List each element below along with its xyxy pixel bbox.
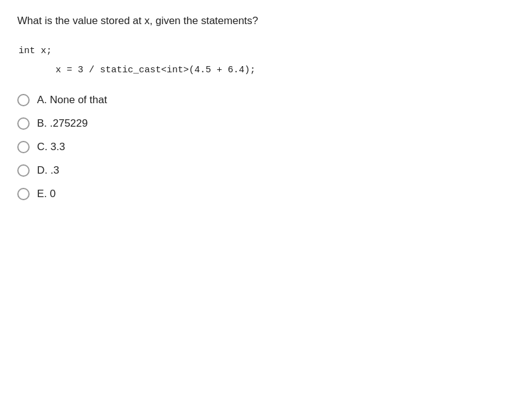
radio-e[interactable] [17, 188, 30, 200]
option-label-c: C. 3.3 [37, 141, 65, 153]
option-item-d[interactable]: D. .3 [17, 164, 515, 177]
code-block: int x; x = 3 / static_cast<int>(4.5 + 6.… [19, 46, 515, 75]
radio-c[interactable] [17, 141, 30, 153]
options-container: A. None of thatB. .275229C. 3.3D. .3E. 0 [17, 94, 515, 200]
radio-a[interactable] [17, 94, 30, 106]
question-text: What is the value stored at x, given the… [17, 15, 515, 27]
code-line-1: int x; [19, 46, 515, 56]
option-item-a[interactable]: A. None of that [17, 94, 515, 106]
radio-d[interactable] [17, 164, 30, 177]
radio-b[interactable] [17, 117, 30, 130]
option-label-e: E. 0 [37, 188, 56, 200]
option-label-a: A. None of that [37, 94, 107, 106]
option-item-c[interactable]: C. 3.3 [17, 141, 515, 153]
option-label-d: D. .3 [37, 164, 59, 177]
option-item-b[interactable]: B. .275229 [17, 117, 515, 130]
code-line-2: x = 3 / static_cast<int>(4.5 + 6.4); [56, 65, 515, 75]
option-item-e[interactable]: E. 0 [17, 188, 515, 200]
option-label-b: B. .275229 [37, 117, 88, 130]
